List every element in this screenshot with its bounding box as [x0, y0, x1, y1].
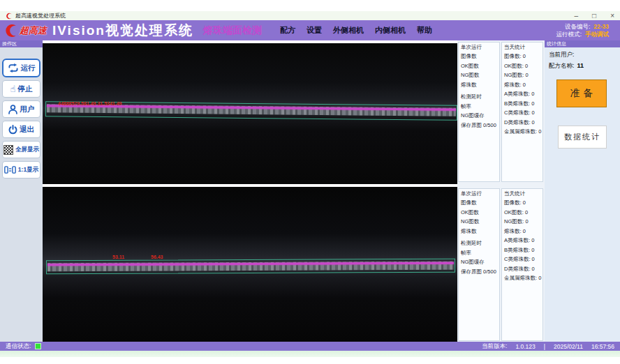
close-button[interactable]: ×	[610, 13, 614, 20]
version-label: 当前版本:	[482, 342, 507, 351]
person-icon	[8, 105, 17, 114]
device-id-value: 22-33	[593, 23, 609, 30]
stats-row: NG图数: 0	[502, 70, 542, 80]
stats-row: 检测延时	[459, 92, 499, 102]
app-header: 超高速 IVision视觉处理系统 熔珠端面检测 配方设置外侧相机内侧相机帮助 …	[0, 20, 620, 40]
stats-row: 熔珠数: 0	[502, 80, 542, 90]
today-stats-title: 当天统计	[502, 43, 542, 52]
operation-sidebar: 操作区 运行 ☝ 停止	[0, 40, 43, 342]
comm-status-indicator	[35, 343, 41, 349]
measurement-label: 53.11	[112, 255, 124, 259]
inner-camera-view[interactable]: 53.1156.43	[43, 187, 457, 342]
run-stats-title: 单次运行	[459, 189, 499, 198]
device-info: 设备编号: 22-33 运行模式: 手动调试	[556, 23, 613, 38]
menu-item[interactable]: 内侧相机	[375, 25, 406, 36]
stats-row: B类熔珠数: 0	[502, 245, 542, 255]
statistics-column: 单次运行 图像数OK图数NG图数熔珠数检测延时帧率NG图缓存保存原图 0/500…	[457, 40, 545, 342]
one-to-one-button[interactable]: 1:1显示	[2, 161, 40, 179]
application-window: 超高速视觉处理系统 – □ × 超高速 IVision视觉处理系统 熔珠端面检测…	[0, 0, 620, 364]
info-panel-title: 统计信息	[545, 40, 620, 47]
menu-item[interactable]: 帮助	[417, 25, 432, 36]
current-user-label: 当前用户:	[549, 51, 574, 59]
stats-row: 熔珠数: 0	[502, 227, 542, 236]
today-stats-box: 当天统计 图像数: 0OK图数: 0NG图数: 0熔珠数: 0A类熔珠数: 0B…	[501, 42, 543, 182]
stats-row: NG图缓存	[459, 111, 499, 121]
stats-row: 帧率	[459, 248, 499, 258]
prepare-button[interactable]: 准备	[556, 79, 607, 107]
stats-row: B类熔珠数: 0	[502, 99, 542, 109]
stats-row: 检测延时	[459, 238, 499, 248]
menu-item[interactable]: 外侧相机	[333, 25, 364, 36]
titlebar: 超高速视觉处理系统 – □ ×	[0, 11, 620, 20]
stats-row: 金属屑熔珠数: 0	[502, 127, 542, 137]
stats-row: D类熔珠数: 0	[502, 118, 542, 128]
one-to-one-icon	[4, 165, 16, 174]
stats-row: 图像数: 0	[502, 198, 542, 208]
minimize-button[interactable]: –	[575, 13, 579, 20]
stats-row: 图像数: 0	[502, 52, 542, 61]
stats-row: C类熔珠数: 0	[502, 108, 542, 118]
stats-row: NG图数	[459, 70, 499, 80]
maximize-button[interactable]: □	[592, 13, 596, 20]
recipe-name-value: 11	[577, 62, 584, 69]
power-icon	[8, 125, 17, 135]
window-title: 超高速视觉处理系统	[15, 12, 66, 20]
run-stats-box: 单次运行 图像数OK图数NG图数熔珠数检测延时帧率NG图缓存保存原图 0/500	[458, 42, 500, 182]
stats-row: 熔珠数	[459, 80, 499, 90]
stats-panel-top: 单次运行 图像数OK图数NG图数熔珠数检测延时帧率NG图缓存保存原图 0/500…	[457, 40, 545, 183]
dither-grid-icon	[3, 145, 13, 155]
run-mode-value: 手动调试	[585, 31, 609, 38]
stats-row: 熔珠数	[459, 227, 499, 236]
stats-row: 保存原图 0/500	[459, 121, 499, 130]
menu-item[interactable]: 设置	[307, 25, 322, 36]
brand-logo: 超高速	[3, 23, 47, 38]
main-menu: 配方设置外侧相机内侧相机帮助	[280, 25, 432, 36]
outer-camera-view[interactable]: 44888579.581.49 31.5341.49	[43, 43, 457, 184]
stats-row: OK图数: 0	[502, 61, 542, 71]
date-value: 2025/02/11	[554, 343, 583, 350]
menu-item[interactable]: 配方	[280, 25, 295, 36]
stats-row: NG图数: 0	[502, 217, 542, 227]
cycle-arrows-icon	[8, 63, 19, 73]
version-value: 1.0.123	[515, 343, 535, 350]
stats-row: 图像数	[459, 52, 499, 61]
stats-row: NG图数	[459, 217, 499, 227]
sidebar-title: 操作区	[0, 40, 43, 47]
recipe-name-label: 配方名称:	[549, 62, 574, 70]
stats-row: A类熔珠数: 0	[502, 89, 542, 99]
device-id-label: 设备编号:	[565, 23, 590, 30]
today-stats-title: 当天统计	[502, 189, 542, 198]
stats-row: A类熔珠数: 0	[502, 236, 542, 245]
user-button[interactable]: 用户	[2, 100, 40, 118]
statusbar-separator: |	[544, 343, 545, 350]
exit-button[interactable]: 退出	[2, 121, 40, 138]
page-subtitle: 熔珠端面检测	[203, 24, 262, 37]
stats-row: 保存原图 0/500	[459, 267, 499, 277]
stats-row: OK图数	[459, 208, 499, 218]
taskbar-strip	[0, 351, 620, 357]
stats-row: OK图数	[459, 61, 499, 71]
stats-row: 图像数	[459, 198, 499, 208]
stats-row: NG图缓存	[459, 257, 499, 267]
measurement-labels: 53.1156.43	[43, 187, 457, 342]
today-stats-box: 当天统计 图像数: 0OK图数: 0NG图数: 0熔珠数: 0A类熔珠数: 0B…	[501, 188, 543, 341]
stats-row: OK图数: 0	[502, 208, 542, 218]
run-button[interactable]: 运行	[2, 59, 40, 77]
comm-status-label: 通信状态:	[6, 342, 31, 351]
brand-title: IVision视觉处理系统	[52, 22, 193, 40]
crescent-logo-icon	[3, 23, 18, 38]
stats-row: C类熔珠数: 0	[502, 255, 542, 264]
stop-button[interactable]: ☝ 停止	[2, 80, 40, 98]
statusbar: 通信状态: 当前版本: 1.0.123 | 2025/02/11 16:57:5…	[0, 342, 620, 351]
fullscreen-button[interactable]: 全屏显示	[2, 141, 40, 158]
data-statistics-button[interactable]: 数据统计	[558, 126, 607, 149]
run-stats-title: 单次运行	[459, 43, 499, 52]
info-panel: 统计信息 当前用户: 配方名称: 11 准备 数据统计	[545, 40, 620, 342]
run-mode-label: 运行模式:	[556, 31, 582, 38]
time-value: 16:57:56	[591, 343, 614, 350]
stats-row: D类熔珠数: 0	[502, 264, 542, 274]
measurement-label: 56.43	[151, 255, 163, 259]
stats-panel-bottom: 单次运行 图像数OK图数NG图数熔珠数检测延时帧率NG图缓存保存原图 0/500…	[457, 187, 545, 342]
run-stats-box: 单次运行 图像数OK图数NG图数熔珠数检测延时帧率NG图缓存保存原图 0/500	[458, 188, 500, 341]
stats-row: 帧率	[459, 102, 499, 112]
